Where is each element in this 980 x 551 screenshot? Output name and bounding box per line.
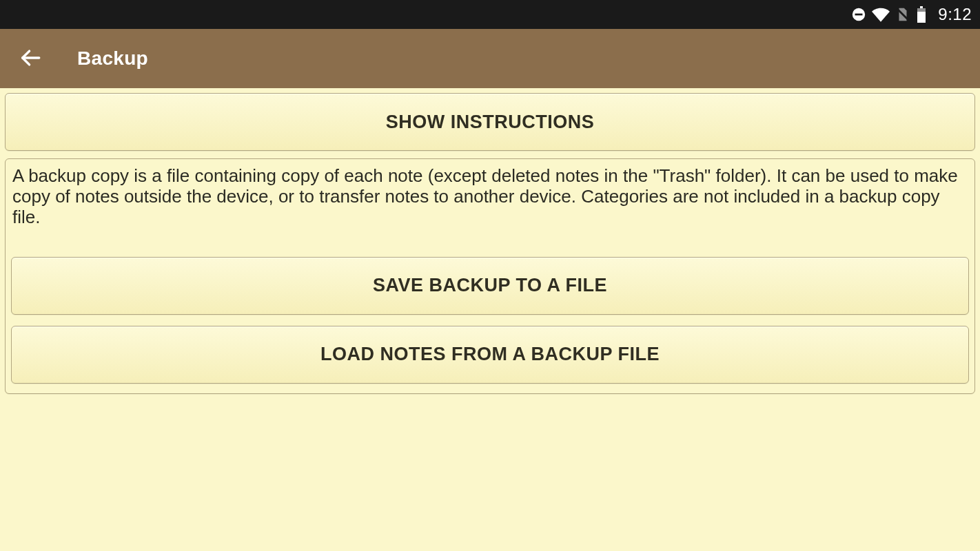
no-sim-icon: [895, 7, 910, 22]
status-clock: 9:12: [938, 5, 972, 24]
do-not-disturb-icon: [851, 7, 866, 22]
svg-rect-1: [855, 14, 863, 16]
back-button[interactable]: [14, 42, 47, 75]
svg-rect-2: [920, 6, 923, 8]
save-backup-button[interactable]: SAVE BACKUP TO A FILE: [11, 257, 969, 315]
page-title: Backup: [77, 48, 148, 70]
app-bar: Backup: [0, 29, 980, 88]
battery-icon: [916, 6, 927, 23]
wifi-icon: [872, 7, 890, 22]
svg-rect-4: [917, 12, 926, 23]
load-backup-label: LOAD NOTES FROM A BACKUP FILE: [320, 344, 660, 365]
backup-panel: A backup copy is a file containing copy …: [5, 158, 975, 394]
backup-description: A backup copy is a file containing copy …: [11, 165, 969, 228]
android-status-bar: 9:12: [0, 0, 980, 29]
show-instructions-label: SHOW INSTRUCTIONS: [386, 112, 595, 133]
content-area: SHOW INSTRUCTIONS A backup copy is a fil…: [0, 88, 980, 394]
save-backup-label: SAVE BACKUP TO A FILE: [373, 275, 607, 296]
show-instructions-button[interactable]: SHOW INSTRUCTIONS: [5, 93, 975, 151]
status-icons: 9:12: [851, 5, 972, 24]
load-backup-button[interactable]: LOAD NOTES FROM A BACKUP FILE: [11, 326, 969, 384]
arrow-back-icon: [19, 46, 42, 72]
